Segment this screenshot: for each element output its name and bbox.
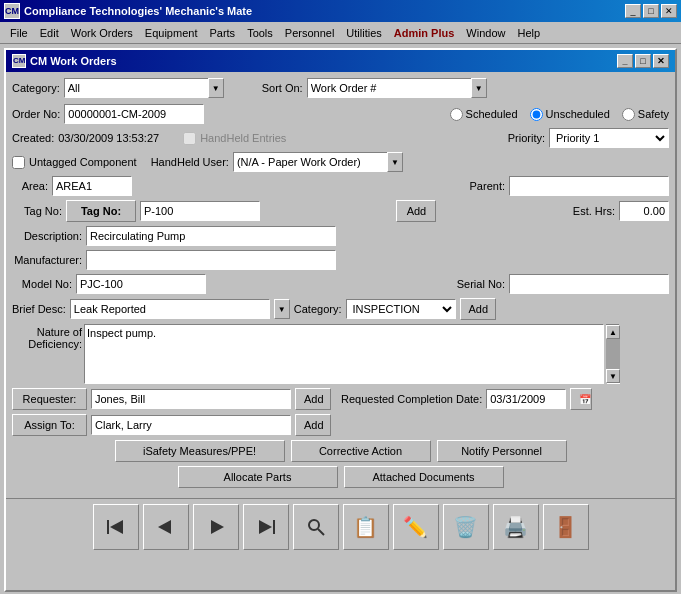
allocate-parts-button[interactable]: Allocate Parts <box>178 466 338 488</box>
serial-label: Serial No: <box>457 278 505 290</box>
safety-measures-button[interactable]: iSafety Measures/PPE! <box>115 440 285 462</box>
unscheduled-radio[interactable] <box>530 108 543 121</box>
tag-row: Tag No: Tag No: Add Est. Hrs: <box>12 200 669 222</box>
safety-radio-item[interactable]: Safety <box>622 108 669 121</box>
window-content: Category: ▼ Sort On: ▼ Order No: Schedul… <box>6 72 675 498</box>
tag-no-button[interactable]: Tag No: <box>66 200 136 222</box>
menu-equipment[interactable]: Equipment <box>139 25 204 41</box>
category-input[interactable] <box>64 78 208 98</box>
add-category-button[interactable]: Add <box>460 298 496 320</box>
notify-personnel-button[interactable]: Notify Personnel <box>437 440 567 462</box>
scroll-up-btn[interactable]: ▲ <box>606 325 620 339</box>
menu-personnel[interactable]: Personnel <box>279 25 341 41</box>
add-requester-button[interactable]: Add <box>295 388 331 410</box>
menu-tools[interactable]: Tools <box>241 25 279 41</box>
order-no-input[interactable] <box>64 104 204 124</box>
window-close-button[interactable]: ✕ <box>653 54 669 68</box>
add-assign-button[interactable]: Add <box>295 414 331 436</box>
edit-button[interactable]: ✏️ <box>393 504 439 550</box>
prev-record-button[interactable] <box>143 504 189 550</box>
svg-rect-5 <box>273 520 275 534</box>
description-row: Description: <box>12 226 669 246</box>
exit-button[interactable]: 🚪 <box>543 504 589 550</box>
assign-row: Assign To: Add <box>12 414 669 436</box>
brief-desc-label: Brief Desc: <box>12 303 66 315</box>
window-title: CM Work Orders <box>30 55 117 67</box>
description-input[interactable] <box>86 226 336 246</box>
tag-no-input[interactable] <box>140 201 260 221</box>
est-hrs-input[interactable] <box>619 201 669 221</box>
area-input[interactable] <box>52 176 132 196</box>
minimize-button[interactable]: _ <box>625 4 641 18</box>
requester-row: Requester: Add Requested Completion Date… <box>12 388 669 410</box>
nature-textarea[interactable]: Inspect pump. <box>84 324 604 384</box>
priority-select[interactable]: Priority 1 Priority 2 Priority 3 <box>549 128 669 148</box>
est-hrs-label: Est. Hrs: <box>573 205 615 217</box>
safety-radio[interactable] <box>622 108 635 121</box>
calendar-button[interactable]: 📅 <box>570 388 592 410</box>
menu-file[interactable]: File <box>4 25 34 41</box>
manufacturer-input[interactable] <box>86 250 336 270</box>
window-minimize-button[interactable]: _ <box>617 54 633 68</box>
svg-rect-0 <box>107 520 109 534</box>
completion-label: Requested Completion Date: <box>341 393 482 405</box>
untagged-checkbox[interactable] <box>12 156 25 169</box>
deficiency-scrollbar[interactable]: ▲ ▼ <box>606 324 620 384</box>
maximize-button[interactable]: □ <box>643 4 659 18</box>
scheduled-radio-item[interactable]: Scheduled <box>450 108 518 121</box>
brief-desc-arrow[interactable]: ▼ <box>274 299 290 319</box>
unscheduled-radio-item[interactable]: Unscheduled <box>530 108 610 121</box>
sort-on-arrow[interactable]: ▼ <box>471 78 487 98</box>
serial-input[interactable] <box>509 274 669 294</box>
app-icon: CM <box>4 3 20 19</box>
priority-label: Priority: <box>508 132 545 144</box>
menu-utilities[interactable]: Utilities <box>340 25 387 41</box>
add-tag-button[interactable]: Add <box>396 200 436 222</box>
top-filter-row: Category: ▼ Sort On: ▼ <box>12 78 669 98</box>
assign-to-button[interactable]: Assign To: <box>12 414 87 436</box>
parent-input[interactable] <box>509 176 669 196</box>
handheld-user-input[interactable] <box>233 152 387 172</box>
brief-desc-input[interactable] <box>70 299 270 319</box>
scheduled-radio[interactable] <box>450 108 463 121</box>
delete-button[interactable]: 🗑️ <box>443 504 489 550</box>
menu-window[interactable]: Window <box>460 25 511 41</box>
manufacturer-label: Manufacturer: <box>12 254 82 266</box>
sort-on-label: Sort On: <box>262 82 303 94</box>
completion-input[interactable] <box>486 389 566 409</box>
assign-input[interactable] <box>91 415 291 435</box>
window-icon: CM <box>12 54 26 68</box>
menu-edit[interactable]: Edit <box>34 25 65 41</box>
app-title: Compliance Technologies' Mechanic's Mate <box>24 5 621 17</box>
next-record-button[interactable] <box>193 504 239 550</box>
window-maximize-button[interactable]: □ <box>635 54 651 68</box>
attached-documents-button[interactable]: Attached Documents <box>344 466 504 488</box>
menu-help[interactable]: Help <box>511 25 546 41</box>
scheduled-label: Scheduled <box>466 108 518 120</box>
parent-label: Parent: <box>470 180 505 192</box>
model-serial-row: Model No: Serial No: <box>12 274 669 294</box>
sort-on-input[interactable] <box>307 78 471 98</box>
menu-parts[interactable]: Parts <box>203 25 241 41</box>
print-button[interactable]: 🖨️ <box>493 504 539 550</box>
svg-marker-4 <box>259 520 272 534</box>
first-record-button[interactable] <box>93 504 139 550</box>
menu-work-orders[interactable]: Work Orders <box>65 25 139 41</box>
svg-marker-1 <box>110 520 123 534</box>
category-field-select[interactable]: INSPECTION MAINTENANCE REPAIR <box>346 299 456 319</box>
deficiency-area: Nature of Deficiency: Inspect pump. ▲ ▼ <box>12 324 669 384</box>
scroll-down-btn[interactable]: ▼ <box>606 369 620 383</box>
model-input[interactable] <box>76 274 206 294</box>
unscheduled-label: Unscheduled <box>546 108 610 120</box>
handheld-user-arrow[interactable]: ▼ <box>387 152 403 172</box>
menu-admin-plus[interactable]: Admin Plus <box>388 25 461 41</box>
category-arrow[interactable]: ▼ <box>208 78 224 98</box>
note-button[interactable]: 📋 <box>343 504 389 550</box>
requester-button[interactable]: Requester: <box>12 388 87 410</box>
search-button[interactable] <box>293 504 339 550</box>
nature-label: Nature of Deficiency: <box>12 324 82 384</box>
requester-input[interactable] <box>91 389 291 409</box>
last-record-button[interactable] <box>243 504 289 550</box>
close-button[interactable]: ✕ <box>661 4 677 18</box>
corrective-action-button[interactable]: Corrective Action <box>291 440 431 462</box>
